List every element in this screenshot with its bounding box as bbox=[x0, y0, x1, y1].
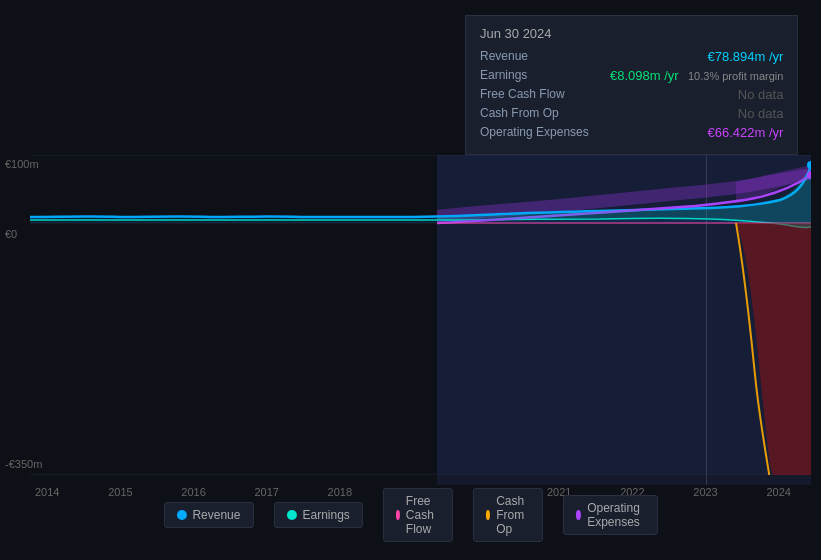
tooltip-value-fcf: No data bbox=[738, 87, 784, 102]
tooltip-label-opex: Operating Expenses bbox=[480, 125, 610, 139]
tooltip-box: Jun 30 2024 Revenue €78.894m /yr Earning… bbox=[465, 15, 798, 155]
tooltip-row-fcf: Free Cash Flow No data bbox=[480, 87, 783, 102]
legend-label-opex: Operating Expenses bbox=[587, 501, 644, 529]
tooltip-value-revenue: €78.894m /yr bbox=[708, 49, 784, 64]
tooltip-label-cashfromop: Cash From Op bbox=[480, 106, 610, 120]
tooltip-earnings-group: €8.098m /yr 10.3% profit margin bbox=[610, 68, 783, 83]
x-label-2014: 2014 bbox=[35, 486, 59, 498]
legend-item-earnings[interactable]: Earnings bbox=[273, 502, 362, 528]
tooltip-title: Jun 30 2024 bbox=[480, 26, 783, 41]
chart-container: Jun 30 2024 Revenue €78.894m /yr Earning… bbox=[0, 0, 821, 560]
tooltip-row-revenue: Revenue €78.894m /yr bbox=[480, 49, 783, 64]
tooltip-value-opex: €66.422m /yr bbox=[708, 125, 784, 140]
tooltip-row-earnings: Earnings €8.098m /yr 10.3% profit margin bbox=[480, 68, 783, 83]
legend-label-earnings: Earnings bbox=[302, 508, 349, 522]
legend-dot-fcf bbox=[396, 510, 400, 520]
x-label-2023: 2023 bbox=[693, 486, 717, 498]
legend: Revenue Earnings Free Cash Flow Cash Fro… bbox=[163, 488, 657, 542]
chart-svg bbox=[30, 155, 811, 475]
legend-dot-revenue bbox=[176, 510, 186, 520]
legend-dot-opex bbox=[576, 510, 581, 520]
legend-label-revenue: Revenue bbox=[192, 508, 240, 522]
legend-item-opex[interactable]: Operating Expenses bbox=[563, 495, 658, 535]
y-label-0: €0 bbox=[5, 228, 17, 240]
x-label-2015: 2015 bbox=[108, 486, 132, 498]
tooltip-value-earnings: €8.098m /yr bbox=[610, 68, 679, 83]
x-label-2024: 2024 bbox=[766, 486, 790, 498]
legend-dot-cashfromop bbox=[486, 510, 490, 520]
legend-dot-earnings bbox=[286, 510, 296, 520]
tooltip-row-cashfromop: Cash From Op No data bbox=[480, 106, 783, 121]
legend-item-cashfromop[interactable]: Cash From Op bbox=[473, 488, 543, 542]
tooltip-value-cashfromop: No data bbox=[738, 106, 784, 121]
tooltip-label-earnings: Earnings bbox=[480, 68, 610, 82]
legend-label-cashfromop: Cash From Op bbox=[496, 494, 530, 536]
legend-item-fcf[interactable]: Free Cash Flow bbox=[383, 488, 453, 542]
legend-item-revenue[interactable]: Revenue bbox=[163, 502, 253, 528]
tooltip-label-fcf: Free Cash Flow bbox=[480, 87, 610, 101]
tooltip-profit-margin: 10.3% profit margin bbox=[688, 70, 783, 82]
legend-label-fcf: Free Cash Flow bbox=[406, 494, 440, 536]
tooltip-row-opex: Operating Expenses €66.422m /yr bbox=[480, 125, 783, 140]
tooltip-label-revenue: Revenue bbox=[480, 49, 610, 63]
